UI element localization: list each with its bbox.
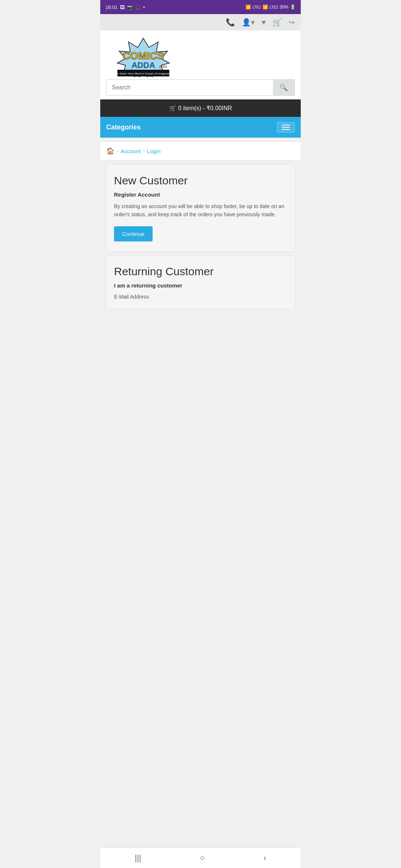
search-button[interactable]: 🔍 — [273, 79, 295, 96]
wifi-icon: 📶 — [245, 4, 251, 10]
search-input[interactable] — [106, 79, 273, 96]
new-customer-subtitle: Register Account — [114, 191, 287, 198]
logo-area: COMICS ADDA .com let's Swim Your Mind in… — [100, 30, 301, 76]
breadcrumb: 🏠 › Account › Login — [100, 141, 301, 161]
status-left: 16:01 🖼 📷 🎧 • — [105, 4, 145, 10]
wishlist-icon[interactable]: ♥ — [261, 18, 266, 27]
svg-text:ADDA: ADDA — [131, 60, 155, 70]
record-icon: 📷 — [127, 4, 133, 10]
phone-icon[interactable]: 📞 — [226, 18, 235, 27]
share-icon[interactable]: ↪ — [288, 18, 295, 27]
new-customer-card: New Customer Register Account By creatin… — [105, 164, 296, 251]
categories-bar: Categories — [100, 117, 301, 138]
headset-icon: 🎧 — [135, 4, 141, 10]
battery-icon: 🔋 — [290, 4, 296, 10]
status-bar: 16:01 🖼 📷 🎧 • 📶 LTE1 📶 LTE2 30% 🔋 — [100, 0, 301, 14]
breadcrumb-login[interactable]: Login — [147, 148, 161, 154]
new-customer-title: New Customer — [114, 174, 287, 187]
returning-customer-card: Returning Customer I am a returning cust… — [105, 255, 296, 310]
lte1-icon: LTE1 — [252, 5, 261, 9]
battery: 30% — [280, 4, 288, 10]
new-customer-description: By creating an account you will be able … — [114, 202, 287, 219]
svg-text:.com: .com — [158, 64, 167, 69]
breadcrumb-sep-1: › — [117, 148, 118, 154]
hamburger-line-1 — [282, 125, 290, 125]
cart-bar[interactable]: 🛒 0 item(s) - ₹0.00INR — [100, 99, 301, 117]
top-action-bar: 📞 👤▾ ♥ 🛒 ↪ — [100, 14, 301, 30]
returning-customer-subtitle: I am a returning customer — [114, 282, 287, 289]
search-bar: 🔍 — [100, 76, 301, 99]
logo[interactable]: COMICS ADDA .com let's Swim Your Mind in… — [106, 36, 173, 70]
account-icon[interactable]: 👤▾ — [242, 18, 255, 27]
svg-text:COMICS: COMICS — [123, 50, 164, 62]
breadcrumb-account[interactable]: Account — [121, 148, 141, 154]
svg-text:let's Swim Your Mind in Ocean : let's Swim Your Mind in Ocean of Imagina… — [114, 72, 173, 75]
home-icon[interactable]: 🏠 — [106, 147, 114, 155]
categories-label: Categories — [106, 124, 141, 131]
photo-icon: 🖼 — [120, 4, 125, 10]
dot-icon: • — [143, 4, 145, 10]
hamburger-button[interactable] — [277, 122, 295, 132]
status-right: 📶 LTE1 📶 LTE2 30% 🔋 — [245, 4, 296, 10]
lte2-icon: LTE2 — [270, 5, 278, 9]
cart-icon[interactable]: 🛒 — [273, 18, 282, 27]
breadcrumb-sep-2: › — [143, 148, 145, 154]
email-address-label: E-Mail Address — [114, 294, 287, 300]
signal1-icon: 📶 — [263, 4, 268, 10]
time: 16:01 — [105, 4, 118, 10]
returning-customer-title: Returning Customer — [114, 265, 287, 278]
hamburger-line-3 — [282, 129, 290, 130]
hamburger-line-2 — [282, 127, 290, 128]
cart-label: 🛒 0 item(s) - ₹0.00INR — [169, 105, 232, 112]
continue-button[interactable]: Continue — [114, 226, 153, 241]
